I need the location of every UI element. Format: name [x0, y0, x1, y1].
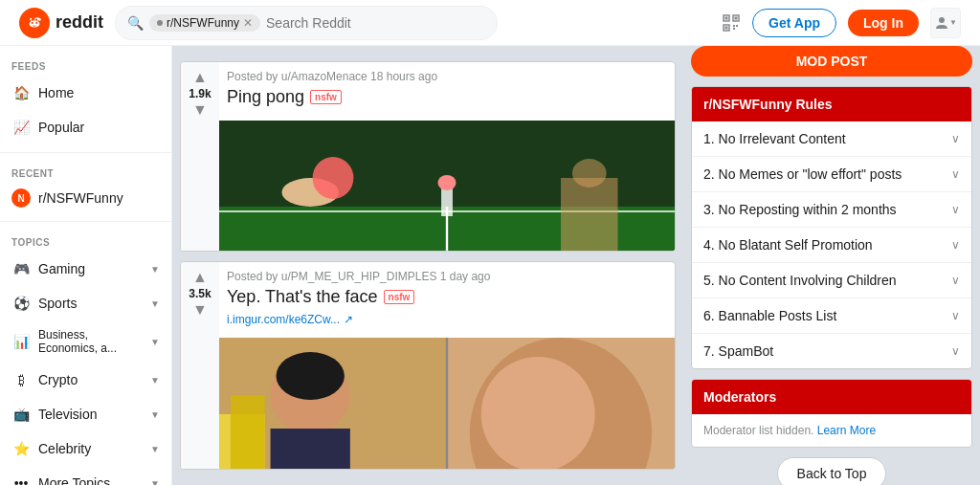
- svg-point-33: [481, 357, 595, 470]
- business-icon: 📊: [11, 332, 31, 351]
- rule-label-5: 5. No Content Involving Children: [703, 273, 897, 288]
- rule-label-4: 4. No Blatant Self Promotion: [703, 237, 873, 253]
- celebrity-icon: ⭐: [11, 439, 31, 458]
- more-topics-icon: •••: [11, 474, 31, 485]
- post-2-link[interactable]: i.imgur.com/ke6ZCw...: [227, 313, 340, 326]
- sidebar-item-celebrity[interactable]: ⭐ Celebrity ▼: [0, 431, 171, 466]
- rule-item-2[interactable]: 2. No Memes or "low effort" posts ∨: [692, 157, 971, 192]
- rule-item-6[interactable]: 6. Bannable Posts List ∨: [692, 298, 971, 334]
- svg-point-14: [939, 17, 945, 23]
- rule-chevron-4: ∨: [951, 238, 960, 252]
- rule-item-7[interactable]: 7. SpamBot ∨: [692, 334, 971, 368]
- header: reddit 🔍 r/NSFWFunny ✕ Get App Log In: [0, 0, 980, 46]
- rule-chevron-3: ∨: [951, 203, 960, 216]
- search-subreddit-tag[interactable]: r/NSFWFunny ✕: [149, 14, 260, 32]
- svg-rect-9: [735, 16, 738, 19]
- rule-chevron-6: ∨: [951, 309, 960, 322]
- television-icon: 📺: [11, 405, 31, 424]
- search-subreddit-close[interactable]: ✕: [243, 16, 253, 30]
- recent-section-label: RECENT: [0, 161, 171, 183]
- svg-rect-11: [733, 25, 735, 27]
- sidebar-item-business[interactable]: 📊 Business, Economics, a... ▼: [0, 320, 171, 363]
- user-menu-button[interactable]: ▼: [930, 8, 961, 38]
- nsfw-avatar: N: [11, 188, 31, 208]
- get-app-button[interactable]: Get App: [752, 9, 836, 37]
- sidebar: FEEDS 🏠 Home 📈 Popular RECENT N r/NSFWFu…: [0, 46, 172, 485]
- sidebar-item-gaming[interactable]: 🎮 Gaming ▼: [0, 252, 171, 286]
- rules-header: r/NSFWFunny Rules: [692, 87, 971, 121]
- sidebar-item-recent-nsfw[interactable]: N r/NSFWFunny: [0, 183, 171, 213]
- post-2-body: ▲ 3.5k ▼ Posted by u/PM_ME_UR_HIP_DIMPLE…: [181, 262, 675, 470]
- content-area: ▲ 1.9k ▼ Posted by u/AmazoMenace 18 hour…: [172, 46, 683, 485]
- sidebar-item-television[interactable]: 📺 Television ▼: [0, 397, 171, 431]
- rule-item-3[interactable]: 3. No Reposting within 2 months ∨: [692, 192, 971, 228]
- sidebar-item-more-topics[interactable]: ••• More Topics ▼: [0, 466, 171, 485]
- downvote-button-1[interactable]: ▼: [192, 102, 208, 118]
- mod-post-button[interactable]: MOD POST: [691, 46, 972, 77]
- reddit-icon: [19, 8, 50, 38]
- qr-icon: [722, 13, 741, 33]
- chevron-down-icon: ▼: [150, 337, 160, 347]
- sidebar-item-crypto[interactable]: ₿ Crypto ▼: [0, 363, 171, 397]
- vote-column-1: ▲ 1.9k ▼: [181, 62, 219, 252]
- svg-rect-23: [561, 178, 618, 252]
- post-card-2: ▲ 3.5k ▼ Posted by u/PM_ME_UR_HIP_DIMPLE…: [180, 261, 676, 470]
- business-label: Business, Economics, a...: [38, 328, 150, 355]
- rules-card: r/NSFWFunny Rules 1. No Irrelevant Conte…: [691, 86, 972, 369]
- svg-point-3: [35, 21, 37, 23]
- moderators-learn-more-link[interactable]: Learn More: [817, 424, 876, 437]
- search-input[interactable]: [266, 15, 410, 31]
- feeds-section-label: FEEDS: [0, 54, 171, 76]
- sports-icon: ⚽: [11, 294, 31, 313]
- vote-count-1: 1.9k: [189, 87, 211, 100]
- search-bar[interactable]: 🔍 r/NSFWFunny ✕: [115, 6, 498, 40]
- sidebar-item-home[interactable]: 🏠 Home: [0, 76, 171, 110]
- rule-item-5[interactable]: 5. No Content Involving Children ∨: [692, 263, 971, 298]
- moderators-text: Moderator list hidden.: [703, 424, 813, 437]
- downvote-button-2[interactable]: ▼: [192, 302, 208, 318]
- reddit-logo-text: reddit: [56, 12, 103, 33]
- back-to-top-button[interactable]: Back to Top: [777, 457, 887, 485]
- reddit-logo[interactable]: reddit: [19, 8, 103, 38]
- post-2-content: Posted by u/PM_ME_UR_HIP_DIMPLES 1 day a…: [219, 262, 675, 470]
- subreddit-dot: [157, 20, 163, 26]
- svg-rect-13: [733, 28, 735, 30]
- post-card-1: ▲ 1.9k ▼ Posted by u/AmazoMenace 18 hour…: [180, 61, 676, 252]
- rule-item-1[interactable]: 1. No Irrelevant Content ∨: [692, 121, 971, 157]
- rule-item-4[interactable]: 4. No Blatant Self Promotion ∨: [692, 228, 971, 263]
- popular-icon: 📈: [11, 118, 31, 137]
- crypto-label: Crypto: [38, 372, 78, 387]
- search-icon: 🔍: [127, 15, 144, 31]
- topics-section-label: TOPICS: [0, 230, 171, 252]
- popular-label: Popular: [38, 120, 84, 135]
- login-button[interactable]: Log In: [848, 10, 919, 36]
- post-2-meta: Posted by u/PM_ME_UR_HIP_DIMPLES 1 day a…: [227, 270, 667, 283]
- upvote-button-1[interactable]: ▲: [192, 70, 208, 85]
- vote-column-2: ▲ 3.5k ▼: [181, 262, 219, 470]
- upvote-button-2[interactable]: ▲: [192, 270, 208, 285]
- rule-chevron-7: ∨: [951, 344, 960, 358]
- svg-point-28: [277, 352, 345, 400]
- svg-rect-30: [231, 395, 265, 470]
- sports-label: Sports: [38, 296, 77, 311]
- svg-rect-10: [725, 26, 728, 29]
- more-topics-label: More Topics: [38, 475, 110, 485]
- nsfw-badge-1: nsfw: [310, 90, 342, 104]
- svg-point-2: [32, 21, 33, 23]
- post-2-image: [219, 338, 675, 470]
- qr-icon-area: [722, 13, 741, 33]
- sidebar-item-sports[interactable]: ⚽ Sports ▼: [0, 286, 171, 320]
- celebrity-label: Celebrity: [38, 441, 91, 456]
- post-1-content: Posted by u/AmazoMenace 18 hours ago Pin…: [219, 62, 675, 252]
- gaming-label: Gaming: [38, 261, 85, 276]
- vote-count-2: 3.5k: [189, 287, 211, 300]
- chevron-down-icon: ▼: [150, 409, 160, 420]
- svg-rect-12: [736, 25, 738, 27]
- user-icon: [934, 15, 949, 31]
- chevron-down-icon: ▼: [150, 444, 160, 454]
- post-1-meta-area: Posted by u/AmazoMenace 18 hours ago Pin…: [219, 62, 675, 121]
- svg-point-21: [313, 157, 354, 199]
- post-1-image: [219, 121, 675, 252]
- external-link-icon: ↗: [344, 313, 353, 326]
- sidebar-item-popular[interactable]: 📈 Popular: [0, 110, 171, 144]
